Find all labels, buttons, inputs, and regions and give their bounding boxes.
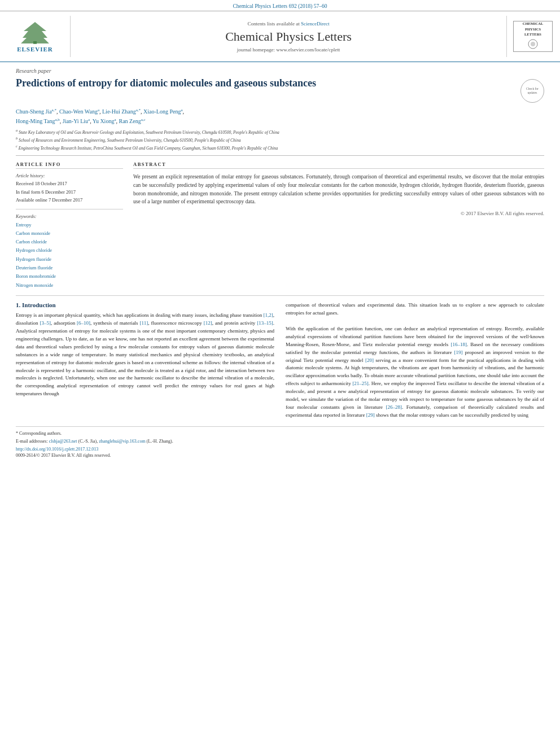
journal-logo-box: CHEMICAL PHYSICS LETTERS <box>513 21 553 52</box>
author-3: Lie-Hui Zhang <box>102 108 136 115</box>
body-right-text: comparison of theoretical values and exp… <box>286 302 544 420</box>
author-7: Yu Xiong <box>93 118 115 124</box>
issn-line: 0009-2614/© 2017 Elsevier B.V. All right… <box>16 453 544 458</box>
paper-type: Research paper <box>16 68 544 74</box>
keyword-hf: Hydrogen fluoride <box>16 255 123 264</box>
elsevier-brand: ELSEVIER <box>17 46 53 53</box>
abstract-text: We present an explicit representation of… <box>133 173 544 206</box>
ref-26-28: [26–28] <box>386 404 403 410</box>
copyright-line: © 2017 Elsevier B.V. All rights reserved… <box>133 211 544 216</box>
available-date: Available online 7 December 2017 <box>16 196 123 204</box>
journal-logo-section: CHEMICAL PHYSICS LETTERS <box>506 16 554 57</box>
body-left-text: Entropy is an important physical quantit… <box>16 312 274 398</box>
sciencedirect-link[interactable]: ScienceDirect <box>301 21 329 27</box>
history-group: Article history: Received 18 October 201… <box>16 173 123 204</box>
affiliation-b: b School of Resources and Environment En… <box>16 136 544 143</box>
author-4: Xiao-Long Peng <box>143 108 181 115</box>
keyword-cc: Carbon chloride <box>16 238 123 246</box>
elsevier-tree-icon <box>18 21 52 45</box>
svg-point-4 <box>531 42 535 46</box>
section-divider <box>16 295 544 296</box>
logo-line-3: LETTERS <box>524 32 541 37</box>
ref-1-2: [1,2] <box>264 312 273 318</box>
affiliation-a: a State Key Laboratory of Oil and Gas Re… <box>16 128 544 136</box>
elsevier-logo-section: ELSEVIER <box>6 16 71 57</box>
doi-line[interactable]: http://dx.doi.org/10.1016/j.cplett.2017.… <box>16 447 544 452</box>
ref-19: [19] <box>454 350 463 355</box>
footnote-area: * Corresponding authors. E-mail addresse… <box>16 426 544 458</box>
keyword-hcl: Hydrogen chloride <box>16 246 123 255</box>
corresponding-note: * Corresponding authors. <box>16 430 544 438</box>
email-line: E-mail addresses: clshja@263.net (C.-S. … <box>16 438 544 445</box>
abstract-header: ABSTRACT <box>133 161 544 169</box>
history-label: Article history: <box>16 173 123 178</box>
info-divider <box>16 209 123 209</box>
ref-3-5: [3–5] <box>40 320 51 326</box>
keywords-label: Keywords: <box>16 213 123 219</box>
content-area: Research paper Predictions of entropy fo… <box>0 62 560 465</box>
paper-title: Predictions of entropy for diatomic mole… <box>16 77 515 90</box>
keywords-group: Keywords: Entropy Carbon monoxide Carbon… <box>16 213 123 290</box>
author-8: Ran Zeng <box>119 118 141 124</box>
ref-13-15: [13–15] <box>257 320 273 326</box>
author-6: Jian-Yi Liu <box>63 118 88 124</box>
email2-person: (L.-H. Zhang). <box>147 439 173 444</box>
received-date: Received 18 October 2017 <box>16 180 123 187</box>
article-info-header: ARTICLE INFO <box>16 161 123 169</box>
abstract-col: ABSTRACT We present an explicit represen… <box>133 161 544 290</box>
journal-top-bar: Chemical Physics Letters 692 (2018) 57–6… <box>0 0 560 11</box>
affiliation-c: c Engineering Technology Research Instit… <box>16 143 544 151</box>
final-date: In final form 6 December 2017 <box>16 188 123 196</box>
ref-11: [11] <box>140 320 148 326</box>
email-prefix: E-mail addresses: <box>16 439 48 444</box>
ref-16-18: [16–18] <box>450 342 467 347</box>
keyword-bb: Boron monobromide <box>16 272 123 281</box>
svg-rect-2 <box>33 41 37 44</box>
journal-center: Contents lists available at ScienceDirec… <box>71 16 506 57</box>
journal-citation: Chemical Physics Letters 692 (2018) 57–6… <box>233 3 327 9</box>
ref-6-10: [6–10] <box>77 320 90 326</box>
ref-29: [29] <box>366 412 375 418</box>
logo-decoration <box>524 38 541 52</box>
author-2: Chao-Wen Wang <box>59 108 98 115</box>
journal-title-main: Chemical Physics Letters <box>225 29 352 44</box>
article-info-col: ARTICLE INFO Article history: Received 1… <box>16 161 123 290</box>
body-left-col: 1. Introduction Entropy is an important … <box>16 302 274 420</box>
keyword-df: Deuterium fluoride <box>16 264 123 272</box>
author-5: Hong-Ming Tang <box>16 118 55 124</box>
paper-title-row: Predictions of entropy for diatomic mole… <box>16 77 544 103</box>
keyword-no: Nitrogen monoxide <box>16 281 123 290</box>
section1-title: 1. Introduction <box>16 302 274 308</box>
author-1: Chun-Sheng Jia <box>16 108 52 115</box>
body-right-col: comparison of theoretical values and exp… <box>286 302 544 420</box>
keyword-entropy: Entropy <box>16 221 123 229</box>
ref-12: [12] <box>204 320 212 326</box>
keyword-co: Carbon monoxide <box>16 229 123 238</box>
ref-20: [20] <box>365 357 374 363</box>
authors: Chun-Sheng Jiaa,*, Chao-Wen Wanga, Lie-H… <box>16 107 544 126</box>
ref-21-25: [21–25] <box>352 381 369 386</box>
affiliations: a State Key Laboratory of Oil and Gas Re… <box>16 128 544 151</box>
email1-person: (C.-S. Jia), <box>78 439 98 444</box>
journal-homepage: journal homepage: www.elsevier.com/locat… <box>237 47 340 53</box>
email1[interactable]: clshja@263.net <box>49 439 77 444</box>
contents-line: Contents lists available at ScienceDirec… <box>248 21 330 27</box>
body-columns: 1. Introduction Entropy is an important … <box>16 302 544 420</box>
journal-header: ELSEVIER Contents lists available at Sci… <box>0 11 560 62</box>
logo-line-1: CHEMICAL <box>523 21 543 26</box>
logo-line-2: PHYSICS <box>525 27 541 32</box>
article-info-abstract: ARTICLE INFO Article history: Received 1… <box>16 155 544 290</box>
check-for-updates: Check for updates <box>520 79 544 103</box>
email2[interactable]: zhanglehui@vip.163.com <box>99 439 145 444</box>
